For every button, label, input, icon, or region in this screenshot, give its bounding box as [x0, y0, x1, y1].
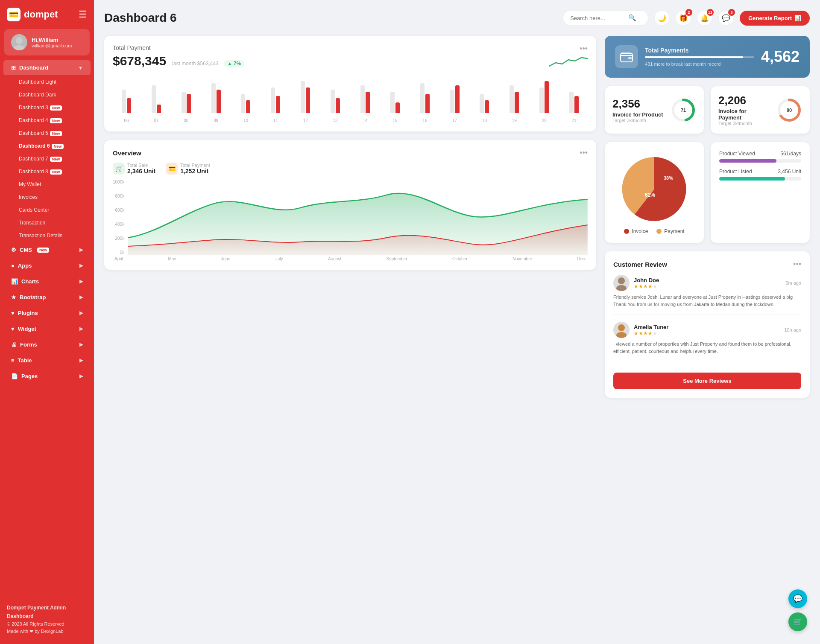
- content-grid: Total Payment $678,345 last month $563,4…: [104, 36, 810, 398]
- pie-chart-svg: 62% 38%: [616, 151, 693, 223]
- sidebar-sub-dashboard-dark[interactable]: Dashboard Dark: [3, 89, 91, 101]
- gray-bar: [480, 94, 484, 113]
- chat-fab-button[interactable]: 💬: [788, 589, 807, 608]
- bar-group: [471, 94, 498, 113]
- forms-icon: 🖨: [11, 341, 17, 348]
- x-axis-labels: April May June July August September Oct…: [113, 256, 588, 261]
- red-bar: [455, 85, 460, 113]
- bell-button[interactable]: 🔔 12: [697, 10, 712, 26]
- sidebar-item-label: CMS: [20, 247, 32, 253]
- sidebar-sub-transaction-details[interactable]: Transaction Details: [3, 230, 91, 242]
- sidebar-item-apps[interactable]: ● Apps ▶: [3, 258, 91, 273]
- review-text: Friendly service Josh, Lunar and everyon…: [613, 294, 801, 308]
- see-more-reviews-button[interactable]: See More Reviews: [613, 373, 801, 389]
- stat-label: Product Listed: [719, 169, 752, 175]
- sidebar-sub-dashboard-3[interactable]: Dashboard 3New: [3, 102, 91, 114]
- sidebar-sub-cards-center[interactable]: Cards Center: [3, 204, 91, 216]
- gray-bar: [122, 90, 126, 113]
- stats-row: 62% 38% Invoice Payment: [605, 142, 810, 243]
- red-bar: [306, 87, 310, 113]
- user-name: Hi,William: [32, 37, 72, 43]
- product-listed-bar: [719, 177, 785, 181]
- theme-toggle-button[interactable]: 🌙: [654, 10, 670, 26]
- sidebar-sub-dashboard-8[interactable]: Dashboard 8New: [3, 166, 91, 178]
- bar-label: 14: [351, 118, 379, 123]
- overview-legend: 🛒 Total Sale 2,346 Unit 💳 Total Payment …: [113, 163, 588, 175]
- sidebar-item-label: Plugins: [18, 310, 38, 316]
- sidebar-item-plugins[interactable]: ♥ Plugins ▶: [3, 306, 91, 321]
- fab-group: 💬 🛒: [788, 589, 807, 631]
- bar-group: [292, 81, 319, 113]
- sidebar-sub-transaction[interactable]: Transaction: [3, 217, 91, 229]
- search-box[interactable]: 🔍: [563, 10, 648, 26]
- cms-icon: ⚙: [11, 247, 16, 253]
- search-input[interactable]: [570, 15, 626, 21]
- review-item: John Doe ★★★★★ 5m ago Friendly service J…: [613, 275, 801, 315]
- red-bar: [485, 100, 489, 113]
- overview-menu-button[interactable]: •••: [580, 149, 588, 157]
- bar-label: 11: [262, 118, 289, 123]
- sidebar-item-forms[interactable]: 🖨 Forms ▶: [3, 337, 91, 352]
- bar-label: 18: [471, 118, 498, 123]
- sidebar-sub-dashboard-6[interactable]: Dashboard 6New: [3, 140, 91, 152]
- sidebar-item-dashboard[interactable]: ⊞ Dashboard ▼: [3, 60, 91, 75]
- stat-value: 3,456 Unit: [778, 169, 801, 175]
- hamburger-button[interactable]: ☰: [79, 9, 87, 20]
- chevron-right-icon: ▶: [79, 247, 83, 253]
- cart-fab-icon: 🛒: [793, 617, 802, 627]
- gray-bar: [360, 85, 365, 113]
- review-menu-button[interactable]: •••: [793, 260, 801, 269]
- card-menu-button[interactable]: •••: [580, 44, 588, 53]
- reviewer-name: John Doe: [634, 277, 659, 283]
- red-bar: [395, 102, 400, 113]
- cart-fab-button[interactable]: 🛒: [788, 612, 807, 631]
- red-bar: [276, 96, 280, 113]
- table-icon: ≡: [11, 357, 15, 364]
- red-bar: [246, 100, 250, 113]
- sidebar-item-table[interactable]: ≡ Table ▶: [3, 353, 91, 368]
- svg-point-1: [14, 45, 25, 50]
- invoice-payment-info: 2,206 Invoice for Payment Target 3k/mont…: [718, 94, 770, 126]
- reviewer-stars: ★★★★★: [634, 330, 668, 336]
- gray-bar: [182, 92, 186, 113]
- sidebar-item-label: Dashboard: [19, 64, 48, 71]
- trend-up-icon: ▲: [227, 61, 232, 67]
- sidebar-sub-invoices[interactable]: Invoices: [3, 191, 91, 203]
- sidebar-item-pages[interactable]: 📄 Pages ▶: [3, 369, 91, 384]
- payment-dot: [656, 229, 662, 234]
- sidebar-item-bootstrap[interactable]: ★ Bootstrap ▶: [3, 290, 91, 305]
- sidebar-item-cms[interactable]: ⚙ CMS New ▶: [3, 242, 91, 257]
- svg-rect-3: [628, 57, 632, 59]
- sidebar-sub-my-wallet[interactable]: My Wallet: [3, 178, 91, 190]
- sidebar-sub-dashboard-5[interactable]: Dashboard 5New: [3, 127, 91, 139]
- main-content: Dashboard 6 🔍 🌙 🎁 2 🔔 12 💬 5 Gen: [94, 0, 820, 644]
- sidebar-item-charts[interactable]: 📊 Charts ▶: [3, 274, 91, 289]
- pie-chart-card: 62% 38% Invoice Payment: [605, 142, 704, 243]
- sidebar-sub-dashboard-7[interactable]: Dashboard 7New: [3, 153, 91, 165]
- sidebar-sub-dashboard-light[interactable]: Dashboard Light: [3, 76, 91, 88]
- sidebar-logo[interactable]: 💳 dompet: [7, 8, 58, 21]
- chevron-right-icon: ▶: [79, 279, 83, 284]
- gray-bar: [510, 85, 514, 113]
- sidebar-item-widget[interactable]: ♥ Widget ▶: [3, 321, 91, 336]
- sidebar-sub-dashboard-4[interactable]: Dashboard 4New: [3, 114, 91, 126]
- generate-report-button[interactable]: Generate Report 📊: [740, 11, 810, 26]
- y-label: 1000k: [113, 180, 124, 184]
- gray-bar: [450, 90, 454, 113]
- bar-label: 06: [113, 118, 140, 123]
- red-bar: [217, 90, 221, 113]
- y-label: 400k: [113, 222, 124, 227]
- review-item: Amelia Tuner ★★★★★ 10h ago I viewed a nu…: [613, 322, 801, 361]
- chat-button[interactable]: 💬 5: [718, 10, 734, 26]
- total-payment-legend: 💳 Total Payment 1,252 Unit: [166, 163, 210, 175]
- invoice-row: 2,356 Invoice for Product Target 3k/mont…: [605, 86, 810, 134]
- customer-review-card: Customer Review ••• John Doe ★★★★★ 5m ag…: [605, 251, 810, 398]
- gray-bar: [301, 81, 305, 113]
- gift-button[interactable]: 🎁 2: [676, 10, 691, 26]
- invoice-payment-value: 2,206: [718, 94, 770, 107]
- bar-label: 19: [501, 118, 528, 123]
- total-payments-banner: Total Payments 431 more to break last mo…: [605, 36, 810, 78]
- product-viewed-bar: [719, 159, 776, 163]
- sidebar-item-label: Bootstrap: [20, 294, 46, 300]
- product-listed-stat: Product Listed 3,456 Unit: [719, 169, 801, 181]
